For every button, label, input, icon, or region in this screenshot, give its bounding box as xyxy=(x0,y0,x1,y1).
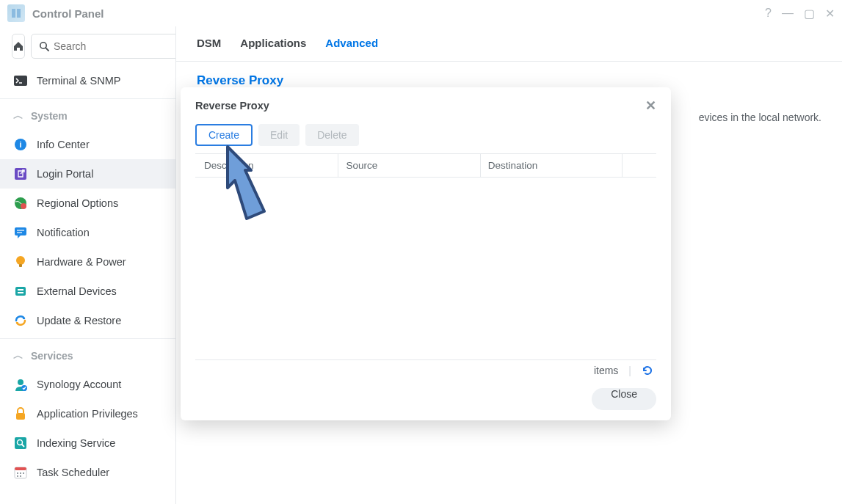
person-icon xyxy=(13,377,28,392)
col-extra xyxy=(623,154,656,177)
svg-rect-31 xyxy=(20,475,21,477)
sidebar-item-indexing-service[interactable]: Indexing Service xyxy=(0,428,175,458)
svg-rect-26 xyxy=(15,467,26,470)
sidebar-item-label: Update & Restore xyxy=(37,315,121,326)
sidebar-item-label: Info Center xyxy=(37,139,90,150)
info-icon: i xyxy=(13,137,28,152)
table-body xyxy=(181,178,671,359)
cycle-icon xyxy=(13,313,28,328)
tab-dsm[interactable]: DSM xyxy=(197,37,221,62)
table-header: Description Source Destination xyxy=(195,153,656,178)
svg-rect-1 xyxy=(17,9,21,18)
create-button[interactable]: Create xyxy=(195,124,253,146)
svg-point-14 xyxy=(16,256,25,265)
sidebar-item-info-center[interactable]: i Info Center xyxy=(0,130,175,159)
sidebar-item-update-restore[interactable]: Update & Restore xyxy=(0,306,175,335)
sidebar-item-regional-options[interactable]: Regional Options xyxy=(0,189,175,218)
indexing-icon xyxy=(13,436,28,450)
statusbar: items | xyxy=(195,359,656,381)
svg-point-10 xyxy=(21,203,26,209)
refresh-icon[interactable] xyxy=(642,365,653,376)
window-title: Control Panel xyxy=(32,7,765,20)
minimize-icon[interactable]: — xyxy=(782,7,794,21)
sidebar-item-label: Login Portal xyxy=(37,168,93,180)
sidebar-item-external-devices[interactable]: External Devices xyxy=(0,277,175,306)
svg-rect-15 xyxy=(19,264,22,267)
sidebar-item-notification[interactable]: Notification xyxy=(0,218,175,247)
help-icon[interactable]: ? xyxy=(765,7,772,21)
titlebar: Control Panel ? — ▢ ✕ xyxy=(0,0,842,26)
svg-point-19 xyxy=(18,379,23,385)
chat-icon xyxy=(13,225,28,240)
sidebar-item-label: Indexing Service xyxy=(37,437,115,449)
svg-rect-30 xyxy=(17,475,18,477)
sidebar-item-synology-account[interactable]: Synology Account xyxy=(0,370,175,399)
sidebar-item-task-scheduler[interactable]: Task Scheduler xyxy=(0,458,175,487)
edit-button[interactable]: Edit xyxy=(258,124,300,146)
terminal-icon xyxy=(13,73,28,88)
section-header-services[interactable]: ︿ Services xyxy=(0,342,175,370)
svg-line-3 xyxy=(46,48,48,51)
modal-title: Reverse Proxy xyxy=(195,100,269,112)
home-button[interactable] xyxy=(12,34,25,59)
svg-rect-27 xyxy=(17,472,18,474)
login-portal-icon xyxy=(13,167,28,181)
search-input[interactable] xyxy=(54,40,176,52)
col-description[interactable]: Description xyxy=(195,154,338,177)
globe-icon xyxy=(13,196,28,211)
sidebar-item-label: Application Privileges xyxy=(37,408,138,420)
lock-icon xyxy=(13,406,28,421)
chevron-up-icon: ︿ xyxy=(13,349,23,362)
sidebar-item-label: Hardware & Power xyxy=(37,256,126,268)
device-icon xyxy=(13,284,28,299)
sidebar-item-label: External Devices xyxy=(37,285,117,297)
app-icon xyxy=(7,4,25,22)
search-icon xyxy=(39,41,49,51)
maximize-icon[interactable]: ▢ xyxy=(804,7,815,21)
sidebar-item-login-portal[interactable]: Login Portal xyxy=(0,159,175,189)
svg-rect-28 xyxy=(20,472,21,474)
tabs: DSM Applications Advanced xyxy=(176,26,842,62)
reverse-proxy-modal: Reverse Proxy ✕ Create Edit Delete Descr… xyxy=(181,87,671,420)
svg-rect-17 xyxy=(18,289,23,291)
svg-rect-22 xyxy=(15,437,26,449)
home-icon xyxy=(12,40,24,52)
search-input-wrap[interactable] xyxy=(31,34,176,59)
tab-applications[interactable]: Applications xyxy=(240,37,306,62)
svg-rect-16 xyxy=(15,287,26,296)
svg-rect-11 xyxy=(15,227,26,235)
sidebar: Terminal & SNMP ︿ System i Info Center L… xyxy=(0,26,176,504)
delete-button[interactable]: Delete xyxy=(305,124,358,146)
close-icon[interactable]: ✕ xyxy=(645,98,656,114)
col-destination[interactable]: Destination xyxy=(481,154,623,177)
sidebar-item-terminal-snmp[interactable]: Terminal & SNMP xyxy=(0,66,175,95)
sidebar-item-label: Regional Options xyxy=(37,197,118,209)
svg-rect-21 xyxy=(16,413,25,420)
chevron-up-icon: ︿ xyxy=(13,109,23,123)
col-source[interactable]: Source xyxy=(338,154,480,177)
sidebar-item-label: Synology Account xyxy=(37,379,121,390)
sidebar-item-hardware-power[interactable]: Hardware & Power xyxy=(0,247,175,277)
close-window-icon[interactable]: ✕ xyxy=(825,7,835,21)
close-button[interactable]: Close xyxy=(592,388,656,410)
calendar-icon xyxy=(13,465,28,480)
svg-rect-29 xyxy=(23,472,24,474)
items-label: items xyxy=(594,365,618,376)
bulb-icon xyxy=(13,255,28,269)
sidebar-item-label: Notification xyxy=(37,227,90,238)
section-title: Reverse Proxy xyxy=(197,73,821,88)
tab-advanced[interactable]: Advanced xyxy=(325,37,378,62)
sidebar-item-application-privileges[interactable]: Application Privileges xyxy=(0,399,175,428)
svg-rect-4 xyxy=(14,76,27,86)
section-header-system[interactable]: ︿ System xyxy=(0,102,175,130)
svg-text:i: i xyxy=(19,140,21,149)
svg-rect-18 xyxy=(18,292,23,293)
svg-rect-0 xyxy=(12,9,15,18)
sidebar-item-label: Task Scheduler xyxy=(37,467,109,478)
sidebar-item-label: Terminal & SNMP xyxy=(37,75,120,87)
